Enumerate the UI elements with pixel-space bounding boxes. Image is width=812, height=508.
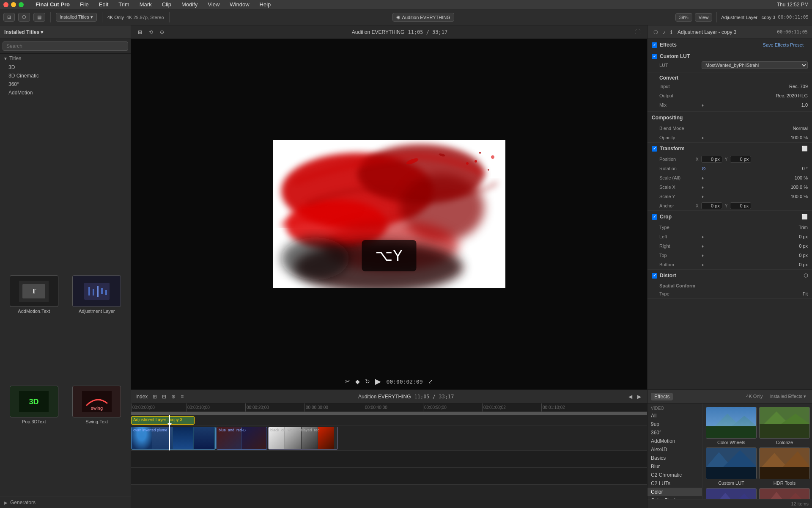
effect-color-wheels[interactable]: Color Wheels — [706, 407, 757, 445]
effect-img-color-wheels — [706, 407, 757, 439]
viewer-fullscreen-btn[interactable]: ⛶ — [634, 28, 642, 36]
viewer-play-btn[interactable]: ▶ — [375, 377, 381, 386]
viewer-ctrl-left[interactable]: ⊞ — [136, 28, 144, 36]
app-menu[interactable]: Final Cut Pro — [34, 1, 71, 8]
installed-titles-btn[interactable]: Installed Titles ▾ — [56, 13, 97, 22]
cat-color-finale[interactable]: Color Finale — [647, 496, 702, 499]
playhead-video — [169, 425, 170, 450]
viewer-ctrl-transform[interactable]: ⟲ — [147, 28, 155, 36]
custom-lut-checkbox[interactable] — [652, 54, 657, 59]
effect-colorize[interactable]: Colorize — [759, 407, 810, 445]
inspector-effects-header[interactable]: Effects Save Effects Preset — [647, 39, 812, 51]
view-menu[interactable]: View — [206, 1, 221, 8]
viewer-expand-btn[interactable]: ⤢ — [428, 378, 433, 385]
minimize-button[interactable] — [11, 2, 16, 7]
clip-adjustment-layer[interactable]: Adjustment Layer - copy 3 — [131, 416, 195, 425]
timeline-btn[interactable]: ▤ — [33, 13, 45, 22]
svg-text:T: T — [32, 287, 36, 295]
sidebar-item-360[interactable]: 360° — [0, 80, 131, 88]
rotation-wheel-icon[interactable]: ⊙ — [702, 166, 706, 171]
cat-alex4d[interactable]: Alex4D — [647, 445, 702, 454]
browser-btn[interactable]: ⬡ — [18, 13, 30, 22]
timeline-prev-btn[interactable]: ◀ — [627, 393, 634, 400]
effects-checkbox[interactable] — [652, 42, 657, 48]
edit-menu[interactable]: Edit — [97, 1, 110, 8]
clip-cyan-label: cyan inverted plume — [133, 428, 167, 432]
thumb-adjustment-layer[interactable]: Adjustment Layer — [67, 275, 127, 382]
clip-menu[interactable]: Clip — [160, 1, 173, 8]
modify-menu[interactable]: Modify — [180, 1, 199, 8]
transform-checkbox[interactable] — [652, 146, 657, 152]
effect-custom-lut[interactable]: Custom LUT — [706, 447, 757, 486]
save-preset-button[interactable]: Save Effects Preset — [759, 42, 808, 47]
clip-black-delayed[interactable]: black_on_white_delayed_red — [268, 427, 338, 450]
cat-color[interactable]: Color — [647, 488, 702, 496]
sidebar-item-titles[interactable]: ▼ Titles — [0, 54, 131, 63]
cat-c2-chromatic[interactable]: C2 Chromatic — [647, 471, 702, 479]
search-input[interactable] — [3, 41, 128, 51]
index-label[interactable]: Index — [135, 394, 148, 400]
trim-menu[interactable]: Trim — [117, 1, 131, 8]
crop-checkbox[interactable] — [652, 214, 657, 220]
view-btn[interactable]: View — [695, 13, 713, 22]
effects-installed-btn[interactable]: Installed Effects ▾ — [767, 393, 809, 400]
ruler-mark-2: 00:00:20;00 — [245, 403, 269, 411]
timeline-tool-3[interactable]: ⊕ — [170, 393, 177, 400]
clip-blue-red[interactable]: blue_and_red-B — [217, 427, 267, 450]
cat-9up[interactable]: 9up — [647, 420, 702, 428]
close-button[interactable] — [3, 2, 8, 7]
distort-header[interactable]: Distort ⬡ — [647, 270, 812, 282]
cat-basics[interactable]: Basics — [647, 454, 702, 462]
timeline-tool-2[interactable]: ⊟ — [160, 393, 168, 400]
crop-top-row: Top ♦ 0 px — [647, 251, 812, 260]
rotation-row: Rotation ⊙ 0 ° — [647, 164, 812, 173]
cat-all[interactable]: All — [647, 411, 702, 420]
audition-btn[interactable]: ◉ Audition EVERYTHING — [392, 13, 454, 22]
cat-360[interactable]: 360° — [647, 428, 702, 437]
cat-addmotion[interactable]: AddMotion — [647, 437, 702, 445]
zoom-btn[interactable]: 39% — [675, 13, 692, 22]
svg-point-23 — [488, 169, 489, 171]
transform-header[interactable]: Transform ⬜ — [647, 143, 812, 155]
sidebar-item-3d[interactable]: 3D — [0, 63, 131, 72]
thumb-pop3dtext[interactable]: 3D Pop.3DText — [4, 386, 64, 493]
viewer-keyframe-btn[interactable]: ◆ — [355, 378, 360, 385]
effect-img-hdr — [759, 447, 810, 479]
cat-c2-luts[interactable]: C2 LUTs — [647, 479, 702, 488]
viewer-trim-btn[interactable]: ✂ — [345, 378, 350, 385]
clip-cyan-plume[interactable]: cyan inverted plume — [131, 427, 216, 450]
viewer-loop-btn[interactable]: ↻ — [365, 378, 370, 385]
crop-type-label: Type — [659, 225, 702, 230]
maximize-button[interactable] — [19, 2, 24, 7]
help-menu[interactable]: Help — [258, 1, 273, 8]
library-switcher[interactable]: ⊞ — [3, 13, 15, 22]
sidebar-item-3d-cinematic[interactable]: 3D Cinematic — [0, 72, 131, 80]
inspector-tab-video[interactable]: ⬡ — [652, 28, 659, 36]
thumb-addmotion-text[interactable]: T AddMotion.Text — [4, 275, 64, 382]
mark-menu[interactable]: Mark — [138, 1, 154, 8]
distort-checkbox[interactable] — [652, 273, 657, 279]
effect-hdr-tools[interactable]: HDR Tools — [759, 447, 810, 486]
effects-4k-btn[interactable]: 4K Only — [743, 393, 765, 400]
timeline-next-btn[interactable]: ▶ — [636, 393, 643, 400]
compositing-header[interactable]: Compositing — [647, 112, 812, 124]
window-menu[interactable]: Window — [228, 1, 251, 8]
timeline-tool-4[interactable]: ≡ — [179, 393, 185, 400]
cat-blur[interactable]: Blur — [647, 462, 702, 471]
toolbar-right: 39% View Adjustment Layer - copy 3 00:00… — [675, 12, 809, 22]
sidebar-item-addmotion[interactable]: AddMotion — [0, 88, 131, 97]
file-menu[interactable]: File — [78, 1, 91, 8]
inspector-tab-audio[interactable]: ♪ — [661, 28, 667, 36]
effect-hue-sat-curves[interactable]: Hue/Saturation Curves — [759, 488, 810, 499]
thumb-swing-text[interactable]: swing Swing.Text — [67, 386, 127, 493]
svg-rect-40 — [706, 467, 757, 479]
crop-header[interactable]: Crop ⬜ — [647, 211, 812, 223]
effect-hue-saturation[interactable]: Hue/Saturation — [706, 488, 757, 499]
inspector-tab-info[interactable]: ℹ — [669, 28, 674, 36]
effects-tab[interactable]: Effects — [651, 393, 673, 400]
crop-right-label: Right — [659, 243, 702, 248]
timeline-tool-1[interactable]: ⊞ — [151, 393, 159, 400]
toolbar-sep-4 — [716, 12, 717, 22]
viewer-ctrl-zoom[interactable]: ⊙ — [158, 28, 166, 36]
lut-select[interactable]: MostWanted_byPhilStrahl — [702, 61, 808, 69]
